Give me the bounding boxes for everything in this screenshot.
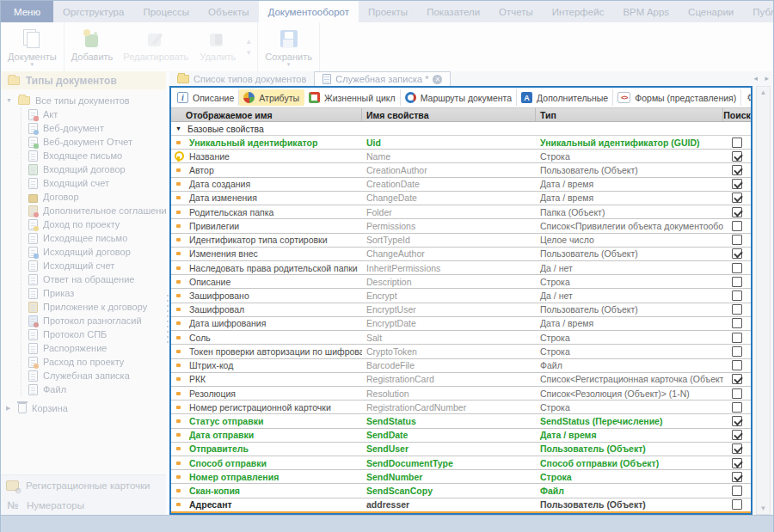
panel-registration-cards[interactable]: Регистрационные карточки (1, 475, 166, 495)
close-icon[interactable]: ✕ (433, 75, 442, 84)
table-row[interactable]: Зашифровал EncryptUser Пользователь (Объ… (171, 303, 751, 317)
menubar-item[interactable]: Документооборот (259, 1, 359, 22)
toolbar-button[interactable]: Добавить ▾ (66, 25, 119, 69)
tree-item[interactable]: Входящий договор (22, 162, 166, 176)
tree-item[interactable]: Расход по проекту (22, 355, 166, 369)
search-checkbox[interactable] (732, 277, 742, 287)
table-row[interactable]: Название Name Строка (171, 150, 751, 163)
editor-tab[interactable]: Описание (173, 89, 239, 106)
search-checkbox[interactable] (732, 318, 742, 328)
table-row[interactable]: Дата отправки SendDate Дата / время (171, 429, 751, 443)
table-row[interactable]: Изменения внес ChangeAuthor Пользователь… (171, 248, 751, 261)
tree-item[interactable]: Исходящий счет (22, 259, 166, 272)
search-checkbox[interactable] (732, 304, 742, 315)
search-checkbox[interactable] (732, 179, 742, 189)
menubar-item[interactable]: Процессы (133, 1, 199, 22)
tree-item[interactable]: Ответ на обращение (22, 272, 166, 286)
menubar-item[interactable]: BPM Apps (613, 1, 679, 22)
search-checkbox[interactable] (732, 472, 742, 482)
search-checkbox[interactable] (732, 346, 742, 357)
move-down-icon[interactable]: ▼ (245, 49, 252, 57)
toolbar-button[interactable]: Удалить ▾ (194, 25, 242, 69)
table-row[interactable]: Статус отправки SendStatus SendStatus (П… (171, 414, 751, 428)
table-row[interactable]: Резолюция Resolution Список<Резолюция (О… (171, 387, 751, 401)
search-checkbox[interactable] (732, 402, 742, 413)
search-checkbox[interactable] (732, 290, 742, 301)
search-checkbox[interactable] (732, 221, 742, 231)
search-checkbox[interactable] (732, 235, 742, 245)
table-row[interactable]: Уникальный идентификатор Uid Уникальный … (171, 136, 751, 150)
search-checkbox[interactable] (732, 248, 742, 259)
document-tab[interactable]: Служебная записка * ✕ (314, 71, 451, 86)
tree-item[interactable]: Приложение к договору (22, 300, 166, 314)
expander-icon[interactable]: ▼ (6, 97, 13, 103)
table-row[interactable]: Отправитель SendUser Пользователь (Объек… (171, 443, 751, 456)
search-checkbox[interactable] (732, 430, 742, 440)
search-checkbox[interactable] (732, 333, 742, 343)
move-arrows[interactable]: ▲ ▼ (242, 25, 255, 69)
move-up-icon[interactable]: ▲ (245, 38, 252, 46)
menubar-item[interactable]: Публикация (743, 1, 774, 22)
tree-item[interactable]: Веб-документ (22, 121, 166, 135)
tree-item[interactable]: Договор (22, 190, 166, 204)
search-checkbox[interactable] (732, 138, 742, 148)
table-row[interactable]: Номер отправления SendNumber Строка (171, 470, 751, 484)
collapse-icon[interactable]: ▼ (175, 125, 182, 131)
table-row[interactable]: Скан-копия SendScanCopy Файл (171, 484, 751, 498)
table-row[interactable]: Наследовать права родительской папки Inh… (171, 261, 751, 275)
table-row[interactable]: Номер регистрационной карточки Registrat… (171, 401, 751, 414)
editor-tab[interactable]: Дополнительные (517, 89, 613, 106)
table-row[interactable]: Способ отправки SendDocumentType Способ … (171, 456, 751, 470)
tree-root-all-types[interactable]: ▼ Все типы документов (1, 93, 166, 107)
tab-scroll-arrows[interactable]: ◂ ▸ (753, 74, 771, 83)
toolbar-button[interactable]: Сохранить ▾ (260, 25, 317, 69)
menubar-item[interactable]: Объекты (199, 1, 258, 22)
tree-item[interactable]: Акт (22, 107, 166, 121)
menubar-item[interactable]: Сценарии (679, 1, 743, 22)
search-checkbox[interactable] (732, 499, 742, 510)
tree-item[interactable]: Входящий счет (22, 176, 166, 190)
tree-item[interactable]: Веб-документ Отчет (22, 135, 166, 149)
vertical-scrollbar[interactable]: ▲ ▼ (756, 86, 771, 515)
search-checkbox[interactable] (732, 374, 742, 384)
column-header-display-name[interactable]: Отображаемое имя (171, 108, 362, 121)
editor-tab[interactable]: Сценарии (741, 89, 751, 106)
editor-tab[interactable]: Маршруты документа (401, 89, 517, 106)
tree-item[interactable]: Входящее письмо (22, 149, 166, 162)
search-checkbox[interactable] (732, 458, 742, 468)
column-header-search[interactable]: Поиск (723, 108, 751, 121)
scroll-down-icon[interactable]: ▼ (757, 504, 770, 512)
editor-tab[interactable]: Атрибуты (239, 89, 304, 106)
tree-item[interactable]: Исходящий договор (22, 245, 166, 259)
menubar-item[interactable]: Отчеты (489, 1, 543, 22)
toolbar-button[interactable]: Редактировать ▾ (118, 25, 194, 69)
table-row[interactable]: Привилегии Permissions Список<Привилегии… (171, 219, 751, 233)
table-row[interactable]: Адресант addresser Пользователь (Объект) (171, 498, 751, 513)
expander-icon[interactable]: ▶ (6, 405, 13, 412)
column-header-property-name[interactable]: Имя свойства (362, 108, 536, 121)
toolbar-button[interactable]: Документы ▾ (3, 25, 62, 69)
table-row[interactable]: Дата шифрования EncryptDate Дата / время (171, 317, 751, 331)
tree-item[interactable]: Распоряжение (22, 341, 166, 355)
tree-item[interactable]: Протокол разногласий (22, 314, 166, 327)
editor-tab[interactable]: Формы (представления) (613, 89, 741, 106)
group-row-base-properties[interactable]: ▼ Базовые свойства (171, 122, 751, 136)
tree-item[interactable]: Исходящее письмо (22, 231, 166, 245)
menubar-item[interactable]: Показатели (417, 1, 489, 22)
table-row[interactable]: Токен проверки авторизации по шифрованию… (171, 345, 751, 358)
search-checkbox[interactable] (732, 151, 742, 162)
menubar-item[interactable]: Проекты (359, 1, 417, 22)
table-row[interactable]: Соль Salt Строка (171, 331, 751, 345)
menubar-item[interactable]: Интерфейс (543, 1, 614, 22)
search-checkbox[interactable] (732, 207, 742, 217)
table-row[interactable]: Штрих-код BarcodeFile Файл (171, 359, 751, 373)
table-row[interactable]: Зашифровано Encrypt Да / нет (171, 289, 751, 303)
search-checkbox[interactable] (732, 486, 742, 496)
tree-item[interactable]: Протокол СПБ (22, 327, 166, 341)
table-row[interactable]: Дата создания CreationDate Дата / время (171, 178, 751, 192)
tree-item[interactable]: Файл (22, 382, 166, 396)
search-checkbox[interactable] (732, 165, 742, 175)
search-checkbox[interactable] (732, 193, 742, 203)
table-row[interactable]: РКК RegistrationCard Список<Регистрацион… (171, 373, 751, 387)
tree-item[interactable]: Служебная записка (22, 369, 166, 382)
